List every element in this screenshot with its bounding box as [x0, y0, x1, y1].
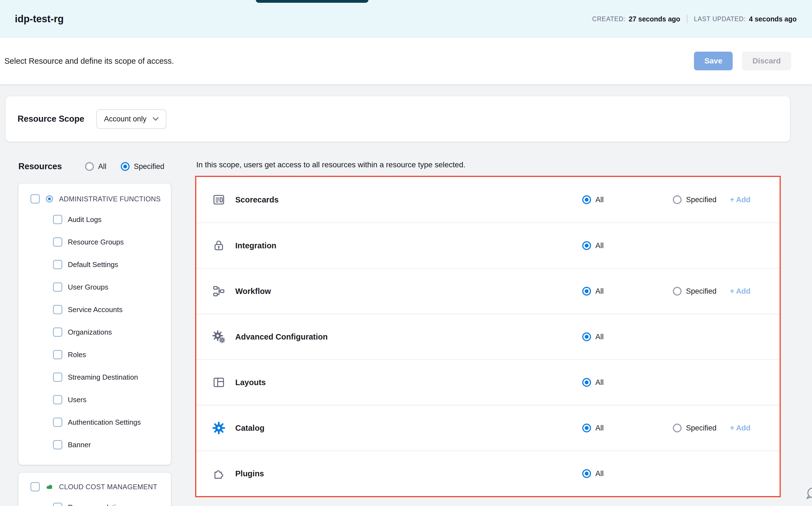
- radio-specified[interactable]: Specified: [673, 195, 730, 204]
- scope-description: In this scope, users get access to all r…: [196, 160, 781, 169]
- layouts-icon: [212, 376, 225, 389]
- page-header: idp-test-rg CREATED: 27 seconds ago LAST…: [0, 0, 812, 38]
- main-content: Resource Scope Account only Resources Al…: [0, 84, 812, 506]
- workflow-icon: [212, 284, 225, 298]
- resource-type-list: Scorecards All Specified + Add Integrati…: [195, 176, 781, 497]
- item-checkbox[interactable]: [53, 215, 62, 224]
- resource-item-label: Roles: [68, 350, 86, 359]
- resource-item-label: Audit Logs: [68, 216, 102, 224]
- resource-group-card: ADMINISTRATIVE FUNCTIONS Audit Logs Reso…: [18, 183, 171, 465]
- resource-item-label: Users: [68, 396, 87, 404]
- created-value: 27 seconds ago: [629, 15, 680, 23]
- created-label: CREATED:: [592, 15, 625, 23]
- item-checkbox[interactable]: [53, 503, 62, 506]
- radio-icon: [582, 332, 591, 341]
- item-checkbox[interactable]: [53, 305, 62, 314]
- resource-group-label: ADMINISTRATIVE FUNCTIONS: [59, 195, 161, 203]
- admin-functions-icon: [45, 195, 54, 203]
- resource-item: Recommendations: [18, 496, 171, 506]
- item-checkbox[interactable]: [53, 440, 62, 449]
- radio-specified-label: Specified: [686, 195, 716, 204]
- radio-all[interactable]: All: [582, 424, 673, 432]
- item-checkbox[interactable]: [53, 372, 62, 382]
- radio-icon: [121, 162, 129, 171]
- scope-panel: In this scope, users get access to all r…: [195, 160, 790, 506]
- radio-icon: [673, 195, 682, 204]
- group-checkbox[interactable]: [30, 194, 40, 203]
- radio-all-label: All: [595, 333, 604, 341]
- radio-specified[interactable]: Specified: [673, 287, 730, 296]
- resources-header: Resources All Specified: [18, 160, 171, 172]
- radio-specified[interactable]: Specified: [673, 424, 730, 432]
- resources-radio-all[interactable]: All: [85, 162, 106, 171]
- radio-all-label: All: [595, 378, 604, 387]
- resource-item-label: Default Settings: [68, 260, 118, 269]
- resource-type-label: Workflow: [235, 287, 582, 296]
- radio-specified-label: Specified: [686, 424, 716, 432]
- scorecards-icon: [212, 193, 225, 206]
- item-checkbox[interactable]: [53, 260, 62, 269]
- item-checkbox[interactable]: [53, 237, 62, 247]
- radio-icon: [582, 378, 591, 387]
- action-toolbar: Select Resource and define its scope of …: [0, 38, 812, 84]
- resource-item-label: Resource Groups: [68, 238, 124, 246]
- item-checkbox[interactable]: [53, 418, 62, 427]
- resource-type-row: Catalog All Specified + Add: [196, 405, 780, 450]
- resources-radio-all-label: All: [98, 162, 106, 171]
- resource-item: Default Settings: [18, 253, 171, 276]
- radio-icon: [582, 287, 591, 296]
- resource-item: Streaming Destination: [18, 366, 171, 389]
- integration-icon: [212, 239, 225, 252]
- cloud-cost-icon: [45, 483, 54, 491]
- radio-icon: [582, 241, 591, 250]
- item-checkbox[interactable]: [53, 395, 62, 404]
- resource-scope-value: Account only: [104, 115, 146, 123]
- item-checkbox[interactable]: [53, 282, 62, 292]
- radio-all[interactable]: All: [582, 378, 673, 387]
- resource-scope-select[interactable]: Account only: [96, 109, 166, 129]
- radio-all[interactable]: All: [582, 287, 673, 296]
- add-button[interactable]: + Add: [730, 287, 779, 296]
- help-widget[interactable]: [804, 486, 812, 502]
- resource-scope-card: Resource Scope Account only: [5, 96, 790, 142]
- item-checkbox[interactable]: [53, 350, 62, 359]
- toolbar-description: Select Resource and define its scope of …: [4, 57, 174, 66]
- add-button[interactable]: + Add: [730, 424, 779, 432]
- columns: Resources All Specified ADMINISTRATIVE F…: [5, 160, 790, 506]
- radio-all-label: All: [595, 470, 604, 478]
- resource-group-card: CLOUD COST MANAGEMENT Recommendations: [18, 473, 171, 506]
- meta-divider: [687, 15, 687, 23]
- resource-item-label: Organizations: [68, 328, 112, 337]
- resource-type-label: Integration: [235, 241, 582, 250]
- updated-label: LAST UPDATED:: [694, 15, 745, 23]
- radio-all[interactable]: All: [582, 332, 673, 341]
- radio-specified-label: Specified: [686, 287, 716, 296]
- resources-panel: Resources All Specified ADMINISTRATIVE F…: [18, 160, 171, 506]
- radio-all[interactable]: All: [582, 241, 673, 250]
- catalog-icon: [212, 421, 225, 435]
- resource-group-header: ADMINISTRATIVE FUNCTIONS: [18, 189, 171, 208]
- add-button[interactable]: + Add: [730, 195, 779, 204]
- save-button[interactable]: Save: [694, 52, 733, 70]
- resource-type-row: Integration All Specified + Add: [196, 223, 780, 268]
- page-title: idp-test-rg: [15, 13, 64, 25]
- resource-item-list: Recommendations: [18, 496, 171, 506]
- item-checkbox[interactable]: [53, 327, 62, 337]
- resource-item: Resource Groups: [18, 231, 171, 253]
- radio-all[interactable]: All: [582, 195, 673, 204]
- resource-item: Service Accounts: [18, 298, 171, 321]
- discard-button[interactable]: Discard: [742, 52, 791, 70]
- resource-item-label: Banner: [68, 441, 91, 449]
- resource-item-label: Service Accounts: [68, 306, 122, 314]
- radio-all[interactable]: All: [582, 469, 673, 478]
- resource-item: Audit Logs: [18, 208, 171, 231]
- resource-item-label: Streaming Destination: [68, 373, 138, 382]
- radio-icon: [85, 162, 94, 171]
- resource-item-list: Audit Logs Resource Groups Default Setti…: [18, 208, 171, 456]
- resource-type-label: Layouts: [235, 378, 582, 387]
- resource-scope-label: Resource Scope: [18, 114, 84, 124]
- resources-radio-specified[interactable]: Specified: [121, 162, 165, 171]
- resources-radio-specified-label: Specified: [134, 162, 165, 171]
- updated-value: 4 seconds ago: [749, 15, 797, 23]
- group-checkbox[interactable]: [30, 482, 40, 491]
